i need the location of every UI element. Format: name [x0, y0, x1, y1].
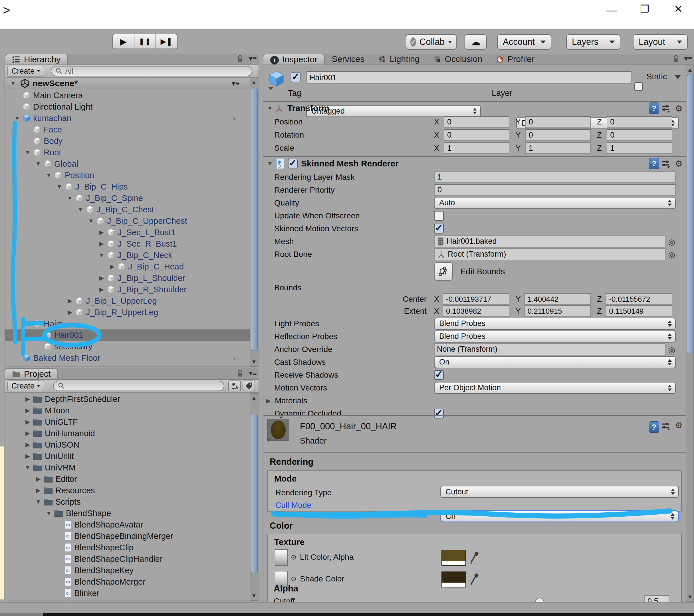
bounds-center-z-field[interactable]: -0.01155672 [605, 293, 672, 305]
hierarchy-scrollbar[interactable]: ▲ ▼ [250, 78, 258, 366]
foldout-collapsed-icon[interactable]: ▶ [22, 453, 33, 459]
dropdown-motion-vectors[interactable]: Per Object Motion [434, 382, 676, 394]
project-create-button[interactable]: Create [7, 381, 44, 391]
object-field-mesh[interactable]: Hair001.baked◎ [434, 235, 665, 248]
foldout-expanded-icon[interactable]: ▼ [65, 195, 75, 201]
collab-button[interactable]: ✓ Collab [406, 34, 457, 50]
object-field-root-bone[interactable]: Root (Transform)◎ [434, 248, 665, 260]
lock-icon[interactable] [236, 55, 244, 64]
foldout-collapsed-icon[interactable]: ▶ [22, 396, 33, 402]
presets-icon[interactable] [661, 421, 670, 431]
hierarchy-item-j-bip-c-head[interactable]: ▶J_Bip_C_Head [5, 261, 250, 272]
eyedropper-icon[interactable] [470, 549, 479, 564]
project-item-univrm[interactable]: ▼UniVRM [5, 462, 250, 473]
hierarchy-item-j-bip-c-chest[interactable]: ▼J_Bip_C_Chest [5, 204, 250, 215]
hierarchy-item-position[interactable]: ▼Position [5, 169, 250, 181]
lit-color-swatch[interactable] [441, 550, 466, 566]
project-item-unijson[interactable]: ▶UniJSON [5, 439, 250, 450]
layers-dropdown[interactable]: Layers [566, 34, 620, 50]
edit-bounds-button[interactable] [434, 262, 453, 280]
panel-menu-icon[interactable]: ▾≡ [684, 54, 692, 63]
hierarchy-item-j-bip-c-spine[interactable]: ▼J_Bip_C_Spine [5, 193, 250, 204]
foldout-collapsed-icon[interactable]: ▶ [22, 418, 33, 425]
hierarchy-item-body[interactable]: Body [5, 135, 250, 147]
bounds-extent-x-field[interactable]: 0.1038982 [443, 305, 509, 317]
hierarchy-create-button[interactable]: Create [7, 66, 44, 76]
scroll-up-icon[interactable]: ▲ [250, 395, 258, 401]
prefab-chevron-icon[interactable]: › [233, 113, 236, 123]
foldout-collapsed-icon[interactable]: ▶ [65, 309, 75, 316]
scroll-down-icon[interactable]: ▼ [250, 359, 258, 365]
foldout-collapsed-icon[interactable]: ▶ [107, 263, 117, 270]
hierarchy-item-j-bip-c-hips[interactable]: ▼J_Bip_C_Hips [5, 181, 250, 193]
checkbox-receive-shadows[interactable] [434, 370, 444, 380]
hierarchy-search-input[interactable]: All [51, 66, 252, 76]
hierarchy-item-kumachan[interactable]: ▼kumachan› [5, 112, 250, 124]
tab-hierarchy[interactable]: Hierarchy [4, 54, 68, 65]
help-icon[interactable]: ? [649, 158, 659, 169]
hierarchy-item-j-bip-c-neck[interactable]: ▼J_Bip_C_Neck [5, 250, 250, 261]
project-item-scripts[interactable]: ▼Scripts [5, 496, 250, 508]
scroll-up-icon[interactable]: ▲ [686, 67, 694, 73]
scroll-down-icon[interactable]: ▼ [686, 594, 694, 600]
project-item-blinker[interactable]: C#Blinker [5, 587, 250, 599]
project-item-blendshape[interactable]: ▼BlendShape [5, 508, 250, 519]
active-checkbox[interactable] [291, 73, 300, 82]
cutoff-value-field[interactable]: 0.5 [644, 595, 669, 602]
hierarchy-item-directional-light[interactable]: Directional Light [5, 101, 250, 112]
dropdown-light-probes[interactable]: Blend Probes [434, 318, 676, 330]
play-button[interactable]: ▶ [112, 34, 134, 49]
search-by-label-button[interactable] [242, 381, 255, 391]
object-picker-icon[interactable]: ◎ [668, 250, 675, 259]
pause-button[interactable]: ❚❚ [134, 34, 156, 49]
foldout-expanded-icon[interactable]: ▼ [54, 183, 65, 190]
presets-icon[interactable] [661, 159, 670, 168]
foldout-expanded-icon[interactable]: ▼ [22, 149, 33, 156]
hierarchy-item-hair001[interactable]: Hair001 [5, 329, 250, 341]
checkbox-dynamic-occluded[interactable] [434, 409, 444, 418]
field-rendering-layer-mask[interactable]: 1 [434, 171, 676, 183]
tab-profiler[interactable]: Profiler [489, 54, 541, 65]
project-item-blendshapeavatar[interactable]: C#BlendShapeAvatar [5, 519, 250, 530]
project-item-uniunlit[interactable]: ▶UniUnlit [5, 450, 250, 462]
smr-header[interactable]: ▼ Skinned Mesh Renderer ? ⚙ [263, 157, 687, 170]
dropdown-cast-shadows[interactable]: On [434, 356, 676, 368]
help-icon[interactable]: ? [649, 103, 659, 114]
position-x-field[interactable]: 0 [444, 116, 509, 128]
foldout-collapsed-icon[interactable]: ▶ [33, 475, 43, 483]
cull-mode-label[interactable]: Cull Mode [275, 501, 311, 510]
hierarchy-item-j-bip-c-upperchest[interactable]: ▼J_Bip_C_UpperChest [5, 215, 250, 227]
tab-services[interactable]: Services [325, 54, 371, 65]
hierarchy-item-j-sec-r-bust1[interactable]: ▶J_Sec_R_Bust1 [5, 238, 250, 250]
checkbox-skinned-motion-vectors[interactable] [434, 224, 444, 234]
cloud-button[interactable]: ☁ [464, 34, 487, 50]
search-by-type-button[interactable] [228, 381, 241, 391]
project-item-blendshapekey[interactable]: C#BlendShapeKey [5, 565, 250, 576]
foldout-collapsed-icon[interactable]: ▶ [22, 441, 33, 448]
scroll-down-icon[interactable]: ▼ [250, 593, 258, 599]
gear-icon[interactable]: ⚙ [675, 103, 682, 113]
foldout-collapsed-icon[interactable]: ▶ [266, 397, 275, 404]
foldout-collapsed-icon[interactable]: ▶ [22, 407, 33, 414]
hierarchy-item-root[interactable]: ▼Root [5, 147, 250, 158]
rotation-x-field[interactable]: 0 [444, 129, 509, 141]
hierarchy-item-global[interactable]: ▼Global [5, 158, 250, 169]
prefab-chevron-icon[interactable]: › [233, 353, 236, 363]
hierarchy-item-j-sec-l-bust1[interactable]: ▶J_Sec_L_Bust1 [5, 227, 250, 238]
project-item-editor[interactable]: ▶Editor [5, 473, 250, 485]
foldout-collapsed-icon[interactable]: ▶ [96, 229, 107, 236]
gear-icon[interactable]: ⚙ [675, 159, 682, 169]
object-picker-icon[interactable]: ◎ [668, 237, 675, 247]
hierarchy-scroll-thumb[interactable] [251, 88, 258, 351]
project-item-blendshapeclip[interactable]: C#BlendShapeClip [5, 542, 250, 553]
scene-foldout-icon[interactable]: ▼ [8, 80, 18, 87]
foldout-icon[interactable]: ▼ [265, 160, 275, 167]
scale-z-field[interactable]: 1 [607, 142, 672, 154]
scene-header-row[interactable]: ▼ newScene* ▾≡ [5, 78, 258, 89]
hierarchy-item-j-bip-l-shoulder[interactable]: ▶J_Bip_L_Shoulder [5, 272, 250, 284]
foldout-expanded-icon[interactable]: ▼ [12, 115, 22, 122]
object-field-anchor-override[interactable]: None (Transform)◎ [434, 343, 665, 356]
maximize-icon[interactable]: ❐ [640, 4, 649, 14]
transform-header[interactable]: ▼ Transform ? ⚙ [263, 102, 687, 114]
project-item-unihumanoid[interactable]: ▶UniHumanoid [5, 428, 250, 439]
